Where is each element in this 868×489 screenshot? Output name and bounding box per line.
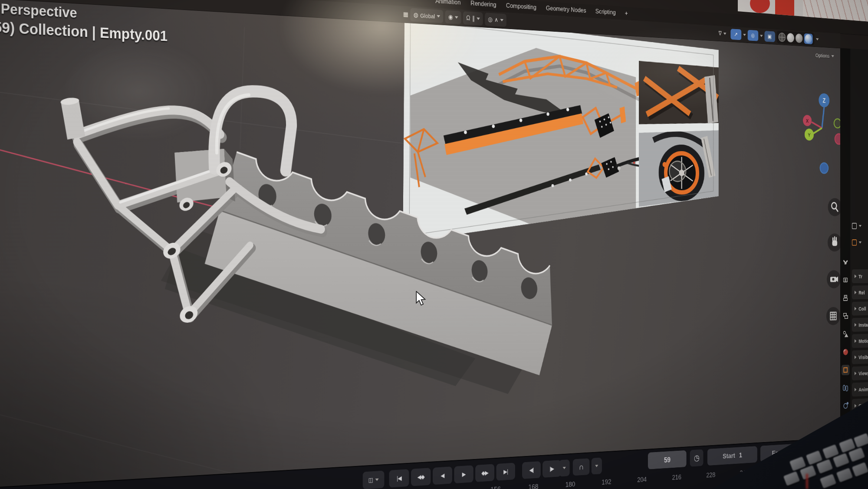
play-button[interactable]: ▶ — [454, 465, 473, 483]
panel-header-coll[interactable]: Coll — [852, 301, 868, 316]
panel-label: Visibi — [858, 354, 868, 360]
chevron-down-icon — [829, 450, 832, 453]
output-tab-button[interactable] — [842, 293, 849, 303]
panel-chevron-icon — [855, 307, 856, 311]
options-dropdown[interactable]: Options — [815, 52, 834, 59]
axis-z-label: Z — [822, 97, 825, 104]
chevron-down-icon — [760, 35, 763, 37]
chevron-down-icon — [743, 34, 746, 36]
material-shading-button[interactable] — [796, 33, 802, 43]
blender-window: AnimationRenderingCompositingGeometry No… — [0, 0, 868, 489]
jump-to-end-button[interactable]: ▶| — [496, 463, 515, 481]
panel-header-rel[interactable]: Rel — [852, 285, 868, 299]
workspace-tab--[interactable]: + — [625, 10, 628, 17]
panel-chevron-icon — [855, 274, 856, 278]
current-frame-field[interactable]: 59 — [648, 450, 687, 469]
tool-tab-button[interactable] — [842, 257, 849, 268]
panel-header-visibi[interactable]: Visibi — [852, 349, 868, 364]
panel-header-motio[interactable]: Motio — [852, 333, 868, 348]
snap-dropdown[interactable]: Ω ∥ — [463, 11, 483, 26]
panel-header-insta[interactable]: Insta — [852, 317, 868, 332]
auto-keying-icon: ◷ — [694, 453, 699, 463]
play-reverse-button[interactable]: ◀ — [433, 466, 452, 485]
panel-chevron-icon — [855, 404, 856, 407]
orientation-globe-icon: ◍ — [414, 12, 418, 18]
jump-to-prev-keyframe-button[interactable]: ◀◆ — [411, 468, 431, 486]
view-layer-tab-button[interactable] — [842, 311, 849, 321]
options-label: Options — [815, 52, 829, 59]
keying-set-dropdown[interactable] — [826, 443, 835, 459]
panel-header-viewpo[interactable]: Viewpo — [852, 365, 868, 380]
step-back-button[interactable]: ◀| — [522, 461, 541, 479]
ruler-frame-240: 240 — [740, 469, 749, 477]
world-tab-button[interactable] — [842, 347, 849, 357]
pivot-point-dropdown[interactable]: ◉ — [445, 10, 461, 24]
playback-dropdown[interactable] — [559, 459, 570, 476]
editor-type-icon[interactable]: ▦ — [403, 11, 408, 17]
keying-set-icon — [814, 446, 821, 454]
panel-chevron-icon — [855, 291, 856, 294]
auto-keying-toggle[interactable]: ◷ — [690, 449, 704, 467]
constraints-tab-button[interactable] — [842, 383, 849, 393]
ruler-frame-228: 228 — [706, 471, 715, 479]
gizmo-toggle[interactable]: ↗ — [730, 29, 741, 40]
panel-header-custom-p[interactable]: Custom P — [852, 396, 868, 413]
ruler-frame-192: 192 — [602, 478, 611, 486]
xray-icon: ▣ — [768, 33, 772, 40]
orthographic-button[interactable] — [826, 307, 840, 325]
overlays-toggle[interactable]: ◎ — [747, 30, 758, 41]
ruler-frame-156: 156 — [490, 485, 501, 489]
chevron-down-icon — [595, 465, 598, 467]
gizmo-icon: ↗ — [734, 31, 738, 38]
scene-tab-button[interactable] — [842, 329, 849, 339]
output-tab-icon — [842, 294, 849, 303]
frame-end-field[interactable]: End 250 — [760, 443, 806, 462]
ruler-frame-144: 144 — [452, 488, 462, 489]
panel-chevron-icon — [855, 323, 856, 327]
axis-x-label: X — [806, 118, 809, 124]
workspace-tab-geometry-nodes[interactable]: Geometry Nodes — [546, 4, 586, 14]
workspace-tab-rendering[interactable]: Rendering — [470, 0, 496, 9]
workspace-tab-scripting[interactable]: Scripting — [595, 8, 616, 17]
visibility-dropdown[interactable]: ∇ — [716, 27, 729, 40]
xray-toggle[interactable]: ▣ — [764, 31, 775, 42]
keying-set-button[interactable] — [811, 441, 824, 459]
camera-view-button[interactable] — [827, 270, 841, 288]
active-object-icon — [852, 239, 857, 245]
frame-start-field[interactable]: Start 1 — [707, 446, 757, 466]
proportional-editing-dropdown[interactable]: ◎ ∧ — [485, 13, 506, 27]
physics-tab-button[interactable] — [842, 400, 849, 411]
render-tab-button[interactable] — [842, 275, 849, 285]
pan-button[interactable] — [828, 234, 842, 252]
chevron-down-icon — [455, 16, 458, 19]
properties-editor: TrRelCollInstaMotioVisibiViewpoAnimatiCu… — [840, 48, 868, 438]
view-perspective-label: User Perspective — [0, 0, 77, 21]
workspace-tab-animation[interactable]: Animation — [435, 0, 460, 7]
zoom-button[interactable] — [828, 198, 842, 216]
panel-label: Insta — [858, 322, 868, 328]
background-red-blob — [750, 0, 770, 13]
object-tab-active-button[interactable] — [842, 365, 849, 376]
workspace-tab-compositing[interactable]: Compositing — [506, 2, 536, 11]
properties-tab-column — [840, 48, 850, 438]
panel-header-tr[interactable]: Tr — [852, 269, 868, 283]
chevron-down-icon — [859, 241, 861, 244]
jump-to-start-button[interactable]: |◀ — [389, 469, 409, 488]
solid-shading-button[interactable] — [787, 33, 794, 43]
jump-to-next-keyframe-button[interactable]: ◆▶ — [475, 464, 494, 482]
viewport-3d[interactable]: User Perspective (59) Collection | Empty… — [0, 0, 840, 487]
step-forward-button[interactable]: |▶ — [542, 460, 561, 478]
chevron-down-icon — [831, 55, 834, 57]
chevron-down-icon — [375, 479, 378, 481]
keying-dropdown[interactable] — [592, 458, 602, 475]
wireframe-shading-button[interactable] — [778, 33, 786, 42]
ruler-frame-180: 180 — [566, 480, 575, 489]
chevron-down-icon — [816, 38, 819, 40]
rendered-shading-icon — [805, 34, 812, 43]
keying-falloff-button[interactable]: ∩ — [573, 458, 590, 476]
physics-tab-icon — [842, 401, 849, 410]
transform-orientation-dropdown[interactable]: ◍ Global — [411, 8, 444, 23]
rendered-shading-button[interactable] — [804, 33, 812, 44]
panel-header-animati[interactable]: Animati — [852, 380, 868, 396]
timeline-editor-dropdown[interactable]: ◫ — [363, 471, 385, 489]
